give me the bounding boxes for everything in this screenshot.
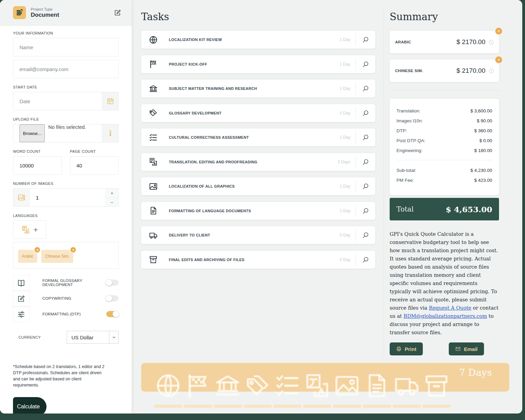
browse-button[interactable]: Browse... <box>19 124 45 142</box>
task-duration: 1 Day <box>340 37 350 42</box>
breakdown-label: Engineering: <box>396 148 422 153</box>
task-label: LOCALIZATION KIT REVIEW <box>169 38 340 42</box>
timeline-segment <box>154 361 182 398</box>
email-button[interactable]: Email <box>449 342 484 355</box>
globe-icon <box>149 35 158 44</box>
upload-info-button[interactable] <box>102 124 118 142</box>
divider <box>355 107 356 119</box>
task-label: PROJECT KICK-OFF <box>169 62 340 66</box>
request-a-quote-link[interactable]: Request A Quote <box>429 305 471 311</box>
page-count-input[interactable] <box>70 156 119 175</box>
tags-icon <box>149 108 158 118</box>
toggle-icon-cell <box>13 291 29 307</box>
calculate-button[interactable]: Calculate <box>13 397 46 414</box>
timeline-bar <box>422 405 450 408</box>
task-label: LOCALIZATION OF ALL GRAPHICS <box>169 184 340 188</box>
task-row: TRANSLATION, EDITING AND PROOFREADING 3 … <box>141 153 375 171</box>
remove-summary-language-button[interactable] <box>495 28 502 35</box>
name-input[interactable] <box>13 38 119 56</box>
summary-language-price: $ 2170.00 <box>456 67 485 74</box>
currency-select[interactable]: US Dollar <box>67 331 118 343</box>
timeline-bar <box>303 405 331 408</box>
divider <box>355 180 356 192</box>
images-increment-button[interactable]: + <box>106 189 118 198</box>
summary-title: Summary <box>390 11 499 23</box>
bdm-email-link[interactable]: BDM@globalizationpartners.com <box>403 313 487 319</box>
search-icon[interactable] <box>360 83 371 94</box>
page-count-label: PAGE COUNT <box>70 149 119 153</box>
bank-icon <box>214 367 242 404</box>
divider <box>355 156 356 168</box>
images-decrement-button[interactable]: – <box>106 198 118 207</box>
divider <box>355 33 356 46</box>
edit-icon <box>17 295 25 303</box>
search-icon[interactable] <box>360 132 371 143</box>
divider <box>390 90 499 91</box>
project-type-label: Project Type <box>31 7 114 11</box>
archive-icon <box>422 367 450 404</box>
project-type-header: Project Type Document <box>0 0 132 26</box>
formatting-dtp-toggle[interactable] <box>106 311 119 317</box>
glossary-toggle[interactable] <box>106 280 119 286</box>
email-label: Email <box>464 346 477 352</box>
calendar-icon <box>107 97 114 105</box>
add-language-button[interactable] <box>13 220 46 239</box>
copywriting-toggle[interactable] <box>106 295 119 301</box>
timeline-segment <box>273 361 301 398</box>
info-circle-icon[interactable] <box>488 39 494 45</box>
search-icon[interactable] <box>360 181 371 192</box>
divider <box>355 205 356 217</box>
chip-label: Chinese Sim. <box>45 254 69 259</box>
task-row: FINAL EDITS AND ARCHIVING OF FILES 0 Day <box>141 251 375 269</box>
truck-icon <box>149 231 158 240</box>
search-icon[interactable] <box>360 157 371 167</box>
language-chip-chinese: Chinese Sim. <box>41 250 73 263</box>
search-icon[interactable] <box>360 230 371 241</box>
task-label: GLOSSARY DEVELOPMENT <box>169 111 340 115</box>
search-icon[interactable] <box>360 59 371 70</box>
breakdown-row: Images l10n: $ 90.00 <box>396 118 492 123</box>
info-circle-icon[interactable] <box>488 68 494 74</box>
document-icon <box>363 367 391 404</box>
breakdown-row: Translation: $ 3,600.00 <box>396 108 492 113</box>
search-icon[interactable] <box>360 205 371 216</box>
divider <box>355 82 356 95</box>
remove-language-button[interactable] <box>34 246 41 253</box>
close-icon <box>497 58 500 61</box>
toggle-icon-cell <box>13 275 29 291</box>
remove-summary-language-button[interactable] <box>495 56 502 63</box>
schedule-footnote: *Schedule based on 2 translators, 1 edit… <box>13 364 107 388</box>
start-date-field <box>13 92 119 110</box>
number-of-images-label: NUMBER OF IMAGES <box>13 181 119 186</box>
timeline-segment <box>363 361 391 398</box>
task-duration: 0 Day <box>340 257 350 262</box>
search-icon[interactable] <box>360 108 371 119</box>
search-icon[interactable] <box>360 254 371 265</box>
subtotal-row: Sub-total: $ 4,230.00 <box>396 168 492 173</box>
timeline-bar <box>273 405 301 408</box>
images-count-input[interactable] <box>30 189 105 206</box>
currency-select-wrap: US Dollar <box>67 331 119 344</box>
languages-label: LANGUAGES <box>13 214 119 218</box>
print-button[interactable]: Print <box>390 342 423 355</box>
task-duration: 1 Day <box>340 208 350 213</box>
word-count-label: WORD COUNT <box>13 149 62 153</box>
summary-panel: Summary ARABIC $ 2170.00 CHINESE SIM. $ … <box>383 7 522 355</box>
no-files-text: No files selected. <box>48 124 102 142</box>
summary-language-name: CHINESE SIM. <box>395 69 456 73</box>
date-input[interactable] <box>13 92 102 110</box>
toggle-label: FORMAL GLOSSARY DEVELOPMENT <box>42 279 106 287</box>
search-icon[interactable] <box>360 34 371 45</box>
timeline-bar <box>154 405 182 408</box>
quote-disclaimer: GPI's Quick Quote Calculator is a conser… <box>390 230 499 337</box>
task-row: DELIVERY TO CLIENT 0 Day <box>141 226 375 244</box>
remove-language-button[interactable] <box>70 246 77 253</box>
email-input[interactable] <box>13 60 119 78</box>
task-label: DELIVERY TO CLIENT <box>169 233 340 237</box>
word-count-input[interactable] <box>13 156 62 175</box>
breakdown-value: $ 0.00 <box>479 138 492 143</box>
task-label: TRANSLATION, EDITING AND PROOFREADING <box>169 160 338 164</box>
edit-project-type-icon[interactable] <box>114 9 121 16</box>
calendar-button[interactable] <box>102 92 118 110</box>
plus-icon <box>33 227 38 232</box>
